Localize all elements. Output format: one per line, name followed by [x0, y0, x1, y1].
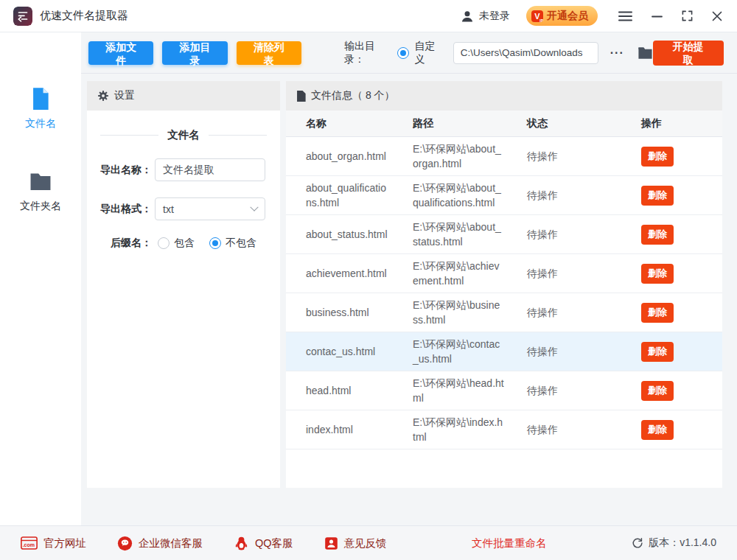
- official-website-link[interactable]: .com 官方网址: [21, 536, 86, 550]
- table-row[interactable]: about_organ.html E:\环保网站\about_organ.htm…: [286, 137, 722, 176]
- table-row[interactable]: index.html E:\环保网站\index.html 待操作 删除: [286, 410, 722, 449]
- file-path-cell: E:\环保网站\index.html: [413, 415, 527, 444]
- export-format-value: txt: [163, 203, 174, 215]
- file-name-cell: index.html: [306, 422, 413, 437]
- suffix-exclude-label[interactable]: 不包含: [226, 237, 256, 250]
- add-file-button[interactable]: 添加文件: [88, 41, 153, 65]
- file-name-cell: business.html: [306, 305, 413, 320]
- add-directory-button[interactable]: 添加目录: [162, 41, 227, 65]
- sidebar-item-label: 文件夹名: [20, 200, 61, 213]
- footer: .com 官方网址 企业微信客服 QQ客服: [0, 525, 737, 560]
- footer-link-label: 官方网址: [43, 536, 86, 550]
- folder-icon: [28, 169, 53, 194]
- table-row[interactable]: achievement.html E:\环保网站\achievement.htm…: [286, 254, 722, 293]
- delete-button[interactable]: 删除: [641, 186, 674, 206]
- delete-button[interactable]: 删除: [641, 147, 674, 167]
- qq-service-link[interactable]: QQ客服: [234, 536, 293, 551]
- minimize-button[interactable]: [652, 11, 663, 21]
- file-name-cell: about_status.html: [306, 227, 413, 242]
- batch-rename-link[interactable]: 文件批量重命名: [472, 536, 547, 550]
- export-name-input[interactable]: [155, 158, 265, 181]
- file-status-cell: 待操作: [527, 149, 641, 164]
- delete-button[interactable]: 删除: [641, 303, 674, 323]
- app-title: 优速文件名提取器: [40, 9, 128, 23]
- file-info-header: 文件信息（ 8 个）: [286, 81, 722, 111]
- file-status-cell: 待操作: [527, 188, 641, 203]
- wechat-service-link[interactable]: 企业微信客服: [117, 536, 203, 551]
- section-title: 文件名: [167, 128, 200, 142]
- settings-header-title: 设置: [114, 89, 135, 102]
- refresh-icon[interactable]: [632, 537, 643, 549]
- file-status-cell: 待操作: [527, 383, 641, 398]
- table-row[interactable]: contac_us.html E:\环保网站\contac_us.html 待操…: [286, 332, 722, 371]
- document-icon: [296, 91, 306, 102]
- table-row[interactable]: about_qualifications.html E:\环保网站\about_…: [286, 176, 722, 215]
- chevron-down-icon: [250, 203, 258, 211]
- custom-output-radio[interactable]: [397, 47, 409, 59]
- suffix-include-radio[interactable]: [158, 237, 170, 249]
- menu-button[interactable]: [618, 11, 632, 21]
- footer-link-label: QQ客服: [255, 536, 293, 550]
- toolbar: 添加文件 添加目录 清除列表 输出目录： 自定义 ··· 开始提取: [81, 32, 737, 74]
- close-button[interactable]: [712, 11, 722, 21]
- file-name-cell: about_qualifications.html: [306, 181, 413, 210]
- version-info: 版本：v1.1.4.0: [632, 536, 716, 550]
- table-row[interactable]: head.html E:\环保网站\head.html 待操作 删除: [286, 371, 722, 410]
- export-name-label: 导出名称：: [87, 164, 152, 177]
- app-window: 优速文件名提取器 未登录 VIP 开通会员: [0, 0, 737, 560]
- col-status: 状态: [527, 117, 641, 130]
- start-extract-button[interactable]: 开始提取: [653, 41, 724, 66]
- qq-icon: [234, 536, 249, 551]
- file-path-cell: E:\环保网站\contac_us.html: [413, 337, 527, 366]
- file-status-cell: 待操作: [527, 305, 641, 320]
- export-format-label: 导出格式：: [87, 203, 152, 216]
- feedback-icon: [324, 536, 338, 550]
- footer-link-label: 意见反馈: [344, 536, 387, 550]
- file-name-cell: head.html: [306, 383, 413, 398]
- delete-button[interactable]: 删除: [641, 225, 674, 245]
- file-status-cell: 待操作: [527, 344, 641, 359]
- feedback-link[interactable]: 意见反馈: [324, 536, 387, 550]
- maximize-button[interactable]: [682, 10, 693, 21]
- wechat-icon: [117, 536, 133, 551]
- settings-panel-header: 设置: [87, 81, 280, 111]
- output-path-input[interactable]: [453, 42, 598, 64]
- table-row[interactable]: about_status.html E:\环保网站\about_status.h…: [286, 215, 722, 254]
- custom-output-radio-label[interactable]: 自定义: [415, 40, 443, 66]
- col-path: 路径: [413, 117, 527, 130]
- settings-panel: 设置 文件名 导出名称： 导出格式： txt: [87, 81, 280, 488]
- titlebar: 优速文件名提取器 未登录 VIP 开通会员: [0, 0, 737, 32]
- file-name-cell: about_organ.html: [306, 149, 413, 164]
- table-header-row: 名称 路径 状态 操作: [286, 111, 722, 137]
- delete-button[interactable]: 删除: [641, 420, 674, 440]
- section-divider: 文件名: [100, 128, 267, 142]
- file-path-cell: E:\环保网站\achievement.html: [413, 259, 527, 288]
- sidebar-item-label: 文件名: [25, 117, 56, 130]
- delete-button[interactable]: 删除: [641, 264, 674, 284]
- login-status-label: 未登录: [479, 10, 510, 23]
- file-name-cell: contac_us.html: [306, 344, 413, 359]
- sidebar-item-foldername[interactable]: 文件夹名: [20, 169, 61, 213]
- delete-button[interactable]: 删除: [641, 342, 674, 362]
- sidebar-item-filename[interactable]: 文件名: [25, 86, 56, 130]
- file-icon: [28, 86, 53, 111]
- svg-text:.com: .com: [23, 542, 35, 547]
- export-format-select[interactable]: txt: [155, 197, 265, 220]
- file-path-cell: E:\环保网站\head.html: [413, 376, 527, 405]
- file-info-panel: 文件信息（ 8 个） 名称 路径 状态 操作 about_organ.html …: [286, 81, 722, 488]
- suffix-exclude-radio[interactable]: [209, 237, 221, 249]
- login-status[interactable]: 未登录: [460, 9, 510, 24]
- open-folder-icon[interactable]: [638, 46, 653, 60]
- sidebar: 文件名 文件夹名: [0, 32, 81, 525]
- vip-icon: VIP: [531, 10, 543, 22]
- version-label: 版本：v1.1.4.0: [649, 536, 716, 550]
- suffix-include-label[interactable]: 包含: [174, 237, 195, 250]
- table-row[interactable]: business.html E:\环保网站\business.html 待操作 …: [286, 293, 722, 332]
- website-com-icon: .com: [21, 536, 38, 550]
- app-logo-icon: [13, 7, 32, 26]
- file-status-cell: 待操作: [527, 266, 641, 281]
- browse-more-button[interactable]: ···: [610, 46, 624, 60]
- open-vip-button[interactable]: VIP 开通会员: [526, 6, 598, 26]
- clear-list-button[interactable]: 清除列表: [237, 41, 301, 65]
- delete-button[interactable]: 删除: [641, 381, 674, 401]
